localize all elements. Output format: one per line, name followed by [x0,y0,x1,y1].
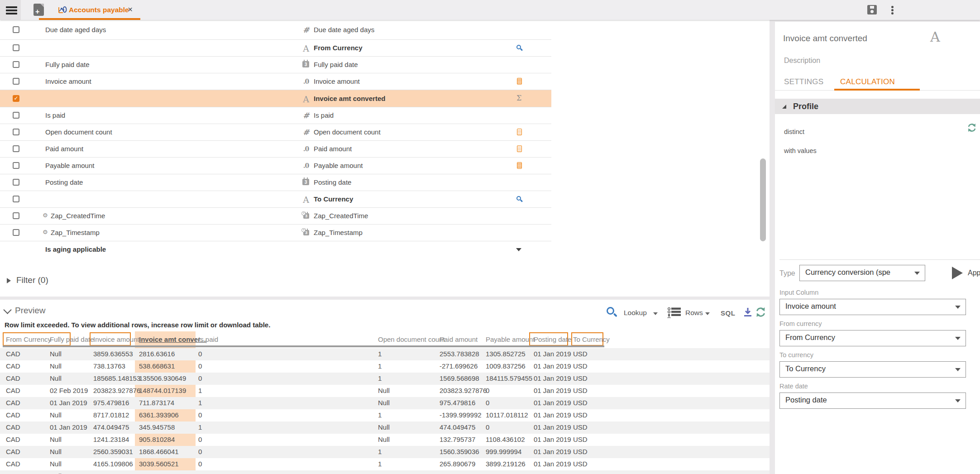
apply-button[interactable]: App [949,264,980,282]
checkbox[interactable] [13,212,19,219]
sigma-icon[interactable]: Σ [516,94,521,102]
field-select-input-column[interactable]: Invoice amount [779,299,966,315]
table-cell: 538.668631 [139,362,175,370]
column-header[interactable]: From Currency [6,335,51,343]
checkbox[interactable] [13,145,19,152]
column-row[interactable]: Paid amount.0Paid amount [0,141,551,158]
field-select-rate-date[interactable]: Posting date [779,393,966,409]
app-window: + Accounts payable × Due date aged days#… [0,0,980,474]
chevron-down-icon[interactable] [516,248,521,251]
checkbox[interactable] [13,162,19,169]
table-row[interactable]: CADNull3859.6365532816.63616012553.78382… [0,348,770,360]
profile-section-header[interactable]: Profile [775,99,980,114]
field-select-from-currency[interactable]: From Currency [779,330,966,346]
measure-icon[interactable] [517,162,522,169]
refresh-icon[interactable] [967,123,977,133]
download-icon[interactable] [743,307,753,318]
field-select-value: From Currency [785,333,952,342]
column-row[interactable]: AFrom Currency [0,40,551,57]
table-row[interactable]: CADNull27742.67662420245.695440114480.03… [0,470,770,474]
table-cell: Null [50,472,62,474]
tab-accounts-payable[interactable]: Accounts payable [69,6,129,14]
search-icon[interactable] [607,307,614,315]
refresh-icon[interactable] [755,306,766,318]
checkbox[interactable] [13,78,19,85]
table-row[interactable]: CAD02 Feb 2019203823.927876148744.017139… [0,385,770,397]
checkbox[interactable] [13,61,19,68]
checkbox[interactable] [13,26,19,33]
checkbox[interactable] [13,179,19,186]
tab-settings[interactable]: SETTINGS [784,77,823,86]
chevron-down-icon[interactable] [705,312,710,315]
column-row[interactable]: Posting date3Posting date [0,174,551,191]
column-row[interactable]: Fully paid date3Fully paid date [0,57,551,73]
checkbox[interactable] [13,112,19,119]
top-bar: + Accounts payable × [0,0,980,20]
checkbox[interactable] [13,196,19,202]
table-cell: 0 [198,448,202,455]
column-header[interactable]: Posting date [534,335,571,343]
tab-calculation[interactable]: CALCULATION [840,77,895,86]
checkbox[interactable] [13,129,19,135]
table-cell: 0 [486,399,489,407]
table-cell: 999.999994 [486,448,521,455]
measure-icon[interactable] [517,78,522,85]
column-header[interactable]: To Currency [573,335,610,343]
lookup-icon[interactable] [516,196,521,201]
column-header[interactable]: Is paid [198,335,218,343]
lookup-dropdown[interactable]: Lookup [624,309,647,317]
table-row[interactable]: CAD01 Jan 2019975.479816711.8731741Null9… [0,397,770,409]
type-select[interactable]: Currency conversion (spe [799,265,925,281]
table-row[interactable]: CADNull2560.3590311868.466041011560.3590… [0,446,770,458]
column-row[interactable]: Invoice amount.0Invoice amount [0,73,551,90]
table-row[interactable]: CADNull185685.148153135506.930649011569.… [0,373,770,385]
measure-icon[interactable] [517,145,522,152]
rows-dropdown[interactable]: Rows [685,309,703,317]
column-header[interactable]: Invoice amount [93,335,139,343]
checkbox[interactable] [13,44,19,51]
column-row[interactable]: Is paid#Is paid [0,107,551,124]
column-header[interactable]: Payable amount [486,335,535,343]
table-row[interactable]: CADNull1241.23184905.8102840Null132.7957… [0,434,770,446]
vertical-scrollbar[interactable] [760,158,766,241]
checkbox[interactable] [13,229,19,236]
filter-section-toggle[interactable]: Filter (0) [0,273,136,289]
table-cell: 184115.579455 [486,374,532,382]
table-row[interactable]: CADNull4165.1098063039.56052101265.89067… [0,458,770,470]
table-cell: 01 Jan 2019 [534,387,571,394]
column-row[interactable]: Payable amount.0Payable amount [0,158,551,174]
table-row[interactable]: CAD01 Jan 2019474.049475345.9457581Null4… [0,421,770,434]
table-cell: 01 Jan 2019 [534,472,571,474]
hamburger-menu-button[interactable] [0,0,21,20]
table-cell: 0 [486,387,489,394]
chevron-down-icon[interactable] [653,312,658,315]
column-row[interactable]: ATo Currency [0,191,551,208]
kebab-menu-icon[interactable] [891,9,894,11]
rows-icon[interactable] [667,306,682,318]
column-row-is-aging-applicable[interactable]: Is aging applicable [0,241,551,258]
preview-section-toggle[interactable]: Preview [4,304,58,317]
table-row[interactable]: CADNull738.13763538.66863101-271.6996261… [0,360,770,373]
close-icon[interactable]: × [128,5,133,14]
column-header[interactable]: Paid amount [440,335,478,343]
description-field[interactable]: Description [784,57,820,65]
column-row[interactable]: Due date aged days#Due date aged days [0,20,551,40]
kebab-menu-icon[interactable] [891,6,894,8]
field-select-to-currency[interactable]: To Currency [779,361,966,378]
new-document-button[interactable]: + [33,4,44,16]
column-row[interactable]: Open document count#Open document count [0,124,551,141]
column-header[interactable]: Open document count [378,335,445,343]
measure-icon[interactable] [517,129,522,135]
save-button[interactable] [867,5,877,14]
column-row[interactable]: ⚙Zap_Timestamp3Zap_Timestamp [0,225,551,241]
table-cell: 1569.568698 [440,374,479,382]
kebab-menu-icon[interactable] [891,12,894,14]
table-row[interactable]: CADNull8717.018126361.39390601-1399.9999… [0,409,770,421]
column-header[interactable]: Invoice amt conver... [139,335,206,343]
column-row[interactable]: ✓AInvoice amt convertedΣ [0,90,551,107]
column-header[interactable]: Fully paid date [50,335,94,343]
lookup-icon[interactable] [516,45,521,49]
checkbox-checked[interactable]: ✓ [13,95,19,102]
sql-button[interactable]: SQL [721,309,735,317]
column-row[interactable]: ⚙Zap_CreatedTime3Zap_CreatedTime [0,208,551,225]
